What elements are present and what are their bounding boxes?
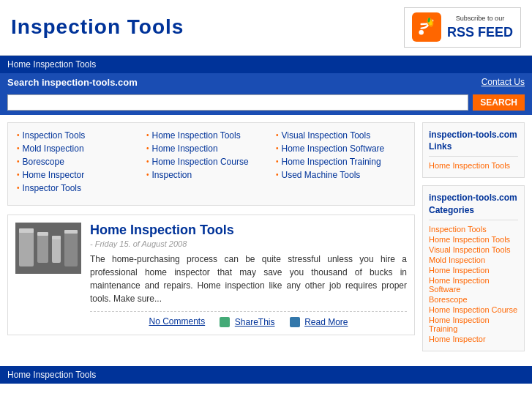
links-col-item[interactable]: Used Machine Tools [282,170,361,180]
no-comments-link[interactable]: No Comments [149,316,205,327]
links-col-item[interactable]: Home Inspection [152,143,218,154]
links-col-item[interactable]: Inspector Tools [23,183,82,193]
links-col-3: •Visual Inspection Tools•Home Inspection… [276,130,405,196]
links-col-item[interactable]: Visual Inspection Tools [282,130,371,141]
sidebar-link-item[interactable]: Inspection Tools [429,225,518,234]
search-input[interactable] [7,94,468,111]
bullet-icon: • [276,131,279,139]
svg-rect-8 [64,231,78,266]
links-col-item[interactable]: Home Inspection Software [282,143,385,154]
nav-bar: Home Inspection Tools [0,56,532,73]
article: Home Inspection Tools - Friday 15. of Au… [7,215,415,336]
bullet-icon: • [17,131,20,139]
sidebar-categories-box: inspection-tools.com Categories Inspecti… [422,185,525,351]
sidebar-categories-title: inspection-tools.com Categories [429,192,518,220]
list-item: •Visual Inspection Tools [276,130,405,141]
search-input-row: SEARCH [0,92,532,115]
svg-rect-5 [19,230,34,266]
rss-icon [412,12,441,42]
header: Inspection Tools Subscribe to our RSS FE… [0,0,532,56]
list-item: •Home Inspector [17,170,146,180]
sidebar-link-item[interactable]: Home Inspector [429,335,518,343]
article-body: Home Inspection Tools - Friday 15. of Au… [90,223,407,328]
article-image [15,223,81,274]
links-col-1: •Inspection Tools•Mold Inspection•Boresc… [17,130,146,196]
links-col-item[interactable]: Home Inspector [23,170,85,180]
article-image-placeholder [15,223,81,274]
links-col-item[interactable]: Home Inspection Training [282,157,381,167]
share-this-link[interactable]: ShareThis [235,317,275,327]
article-title: Home Inspection Tools [90,223,407,238]
read-more-link[interactable]: Read More [304,317,348,327]
links-col-item[interactable]: Inspection Tools [23,130,86,141]
svg-rect-12 [64,230,78,234]
bullet-icon: • [17,184,20,192]
bullet-icon: • [146,131,149,139]
bullet-icon: • [146,171,149,179]
sidebar-link-item[interactable]: Home Inspection [429,266,518,275]
rss-box[interactable]: Subscribe to our RSS FEED [404,7,521,48]
content-area: •Inspection Tools•Mold Inspection•Boresc… [7,122,415,359]
svg-rect-9 [19,228,34,233]
list-item: •Inspection [146,170,276,180]
links-col-item[interactable]: Inspection [152,170,192,180]
sidebar-link-item[interactable]: Mold Inspection [429,256,518,264]
article-date: - Friday 15. of August 2008 [90,239,407,248]
links-col-item[interactable]: Borescope [23,157,64,167]
list-item: •Mold Inspection [17,143,146,154]
read-more-icon [290,317,300,327]
links-col1-list: •Inspection Tools•Mold Inspection•Boresc… [17,130,146,193]
svg-rect-7 [52,237,61,263]
share-this-wrapper: ShareThis [220,316,274,328]
svg-rect-11 [52,236,61,239]
share-icon [220,317,230,327]
links-columns: •Inspection Tools•Mold Inspection•Boresc… [17,130,405,196]
links-box: •Inspection Tools•Mold Inspection•Boresc… [7,122,415,206]
sidebar-link-item[interactable]: Home Inspection Training [429,316,518,333]
breadcrumb: Home Inspection Tools [7,59,96,70]
search-button[interactable]: SEARCH [473,94,525,111]
links-col-item[interactable]: Home Inspection Course [152,157,249,167]
list-item: •Inspection Tools [17,130,146,141]
rss-text: Subscribe to our RSS FEED [447,12,513,42]
sidebar: inspection-tools.com Links Home Inspecti… [415,122,525,359]
bullet-icon: • [17,171,20,179]
sidebar-link-item[interactable]: Home Inspection Software [429,276,518,294]
footer-label: Home Inspection Tools [7,370,96,380]
search-label: Search inspection-tools.com [7,77,138,88]
sidebar-link-item[interactable]: Visual Inspection Tools [429,245,518,254]
sidebar-link-item[interactable]: Home Inspection Tools [429,161,518,170]
links-col-item[interactable]: Home Inspection Tools [152,130,241,141]
list-item: •Home Inspection Tools [146,130,276,141]
main-layout: •Inspection Tools•Mold Inspection•Boresc… [0,115,532,366]
sidebar-link-item[interactable]: Home Inspection Tools [429,235,518,244]
contact-link[interactable]: Contact Us [482,77,525,87]
links-col-2: •Home Inspection Tools•Home Inspection•H… [146,130,276,196]
list-item: •Used Machine Tools [276,170,405,180]
bullet-icon: • [146,144,149,152]
search-bar: Search inspection-tools.com Contact Us [0,73,532,92]
list-item: •Home Inspection Training [276,157,405,167]
list-item: •Home Inspection Course [146,157,276,167]
footer-bar: Home Inspection Tools [0,366,532,384]
sidebar-link-item[interactable]: Home Inspection Course [429,305,518,314]
article-inner: Home Inspection Tools - Friday 15. of Au… [15,223,407,328]
list-item: •Home Inspection Software [276,143,405,154]
article-text: The home-purchasing process can be quite… [90,253,407,305]
bullet-icon: • [17,144,20,152]
site-title: Inspection Tools [11,15,184,39]
links-col-item[interactable]: Mold Inspection [23,143,84,154]
svg-point-0 [419,30,424,35]
bullet-icon: • [17,157,20,165]
links-col3-list: •Visual Inspection Tools•Home Inspection… [276,130,405,180]
bullet-icon: • [276,157,279,165]
bullet-icon: • [146,157,149,165]
article-footer: No Comments ShareThis Read More [90,311,407,328]
bullet-icon: • [276,144,279,152]
sidebar-links-title: inspection-tools.com Links [429,129,518,157]
svg-rect-6 [37,234,48,263]
sidebar-link-item[interactable]: Borescope [429,295,518,304]
bullet-icon: • [276,171,279,179]
list-item: •Inspector Tools [17,183,146,193]
list-item: •Borescope [17,157,146,167]
